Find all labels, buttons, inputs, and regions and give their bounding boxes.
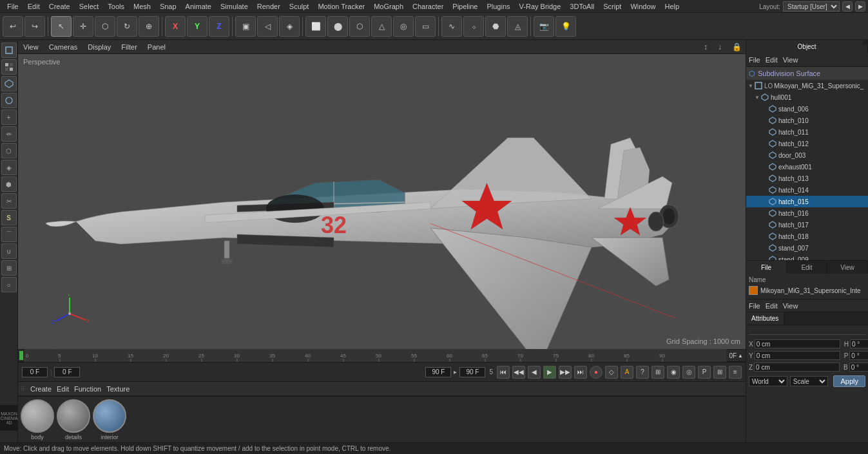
plane-button[interactable]: ▭	[415, 16, 436, 37]
tree-item-root[interactable]: ▼ LO Mikoyan_MiG_31_Supersonic_	[746, 80, 868, 91]
menu-window[interactable]: Window	[626, 3, 660, 10]
select-move-button[interactable]: ✛	[73, 16, 93, 37]
attr-file-item-edit[interactable]: Edit	[766, 302, 778, 310]
right-file-item-file[interactable]: File	[749, 56, 760, 64]
render-region-button[interactable]: ◈	[279, 16, 300, 37]
left-icon-smooth[interactable]	[1, 93, 17, 108]
vp-icon-expand[interactable]: ↕	[704, 43, 708, 52]
select-transform-button[interactable]: ⊕	[139, 16, 159, 37]
y-axis-button[interactable]: Y	[187, 16, 207, 37]
spline-button[interactable]: ∿	[441, 16, 462, 37]
cube-button[interactable]: ⬜	[305, 16, 326, 37]
left-icon-object[interactable]	[1, 43, 17, 58]
tree-item-hatch014[interactable]: hatch_014	[746, 184, 868, 196]
material-preview-details[interactable]	[57, 399, 90, 433]
select-rotate-button[interactable]: ↻	[117, 16, 137, 37]
goto-start-button[interactable]: ⏮	[497, 366, 510, 379]
left-icon-grid[interactable]: ⊞	[1, 260, 17, 276]
material-item-body[interactable]: body	[21, 399, 54, 440]
scene-btn2[interactable]: ◉	[667, 366, 680, 379]
expand-root[interactable]: ▼	[747, 83, 754, 89]
timeline-arrow-up[interactable]: ▲	[738, 353, 743, 359]
z-axis-button[interactable]: Z	[209, 16, 229, 37]
current-frame-input[interactable]	[54, 367, 80, 377]
material-item-interior[interactable]: interior	[93, 399, 126, 440]
goto-end-button[interactable]: ⏭	[574, 366, 587, 379]
tree-item-hatch016[interactable]: hatch_016	[746, 207, 868, 219]
menu-sculpt[interactable]: Sculpt	[285, 3, 314, 10]
left-icon-add[interactable]: +	[1, 109, 17, 125]
menu-mograph[interactable]: MoGraph	[369, 3, 408, 10]
tree-item-hull001[interactable]: ▼ hull001	[746, 91, 868, 103]
tree-item-hatch013[interactable]: hatch_013	[746, 173, 868, 184]
cylinder-button[interactable]: ⬡	[349, 16, 370, 37]
tree-item-stand006[interactable]: stand_006	[746, 103, 868, 115]
vp-menu-display[interactable]: Display	[86, 43, 112, 51]
x-axis-button[interactable]: X	[165, 16, 186, 37]
attr-input-p[interactable]	[849, 351, 868, 360]
menu-render[interactable]: Render	[253, 3, 285, 10]
menu-plugins[interactable]: Plugins	[482, 3, 514, 10]
vp-menu-view[interactable]: View	[22, 43, 40, 51]
tree-item-hatch017[interactable]: hatch_017	[746, 219, 868, 231]
left-icon-knife[interactable]: ✂	[1, 193, 17, 209]
start-frame-input[interactable]	[22, 367, 48, 377]
tree-item-stand007[interactable]: stand_007	[746, 242, 868, 254]
3d-viewport[interactable]: 32 Perspective	[18, 54, 746, 349]
mat-menu-create[interactable]: Create	[30, 385, 52, 393]
vp-icon-lock[interactable]: 🔒	[732, 43, 742, 52]
layout-prev-btn[interactable]: ◀	[842, 1, 853, 12]
menu-edit[interactable]: Edit	[23, 3, 44, 10]
menu-create[interactable]: Create	[44, 3, 75, 10]
scene-btn3[interactable]: ◎	[682, 366, 695, 379]
lower-tab-view[interactable]: View	[827, 261, 868, 274]
mat-menu-texture[interactable]: Texture	[106, 385, 130, 393]
attr-input-y[interactable]	[755, 351, 840, 360]
tree-item-exhaust001[interactable]: exhaust001	[746, 161, 868, 173]
attr-file-item-file[interactable]: File	[749, 302, 760, 310]
material-item-details[interactable]: details	[57, 399, 90, 440]
apply-button[interactable]: Apply	[833, 375, 865, 387]
left-icon-sel2[interactable]: ◈	[1, 160, 17, 175]
expand-hull001[interactable]: ▼	[754, 95, 760, 100]
menu-animate[interactable]: Animate	[181, 3, 216, 10]
material-preview-body[interactable]	[21, 399, 54, 433]
deformer-button[interactable]: ⬣	[485, 16, 506, 37]
play-button[interactable]: ▶	[543, 366, 556, 379]
attr-input-z[interactable]	[754, 363, 840, 372]
right-file-item-edit[interactable]: Edit	[766, 56, 778, 64]
timeline-ruler[interactable]: 0 5 10 15 20 25 30 35 40	[24, 349, 726, 362]
menu-help[interactable]: Help	[661, 3, 684, 10]
undo-button[interactable]: ↩	[3, 16, 23, 37]
scene-btn5[interactable]: ⊞	[713, 366, 726, 379]
material-preview-interior[interactable]	[93, 399, 126, 433]
menu-vray[interactable]: V-Ray Bridge	[515, 3, 566, 10]
left-icon-brush[interactable]: ⌒	[1, 227, 17, 242]
end-frame-input-1[interactable]	[425, 367, 451, 377]
vp-menu-panel[interactable]: Panel	[146, 43, 167, 51]
menu-motion-tracker[interactable]: Motion Tracker	[313, 3, 369, 10]
motion-path-button[interactable]: ?	[636, 366, 649, 379]
left-icon-s[interactable]: S	[1, 210, 17, 225]
tree-item-door003[interactable]: door_003	[746, 149, 868, 161]
left-icon-sel1[interactable]: ⬡	[1, 143, 17, 158]
step-forward-button[interactable]: ▶▶	[559, 366, 572, 379]
record-button[interactable]: ●	[590, 366, 603, 379]
tree-item-hatch015[interactable]: hatch_015	[746, 196, 868, 207]
attr-input-h[interactable]	[850, 339, 868, 348]
left-icon-checkerboard[interactable]	[1, 59, 17, 75]
redo-button[interactable]: ↪	[24, 16, 45, 37]
tree-item-stand009[interactable]: stand_009	[746, 254, 868, 260]
scene-btn4[interactable]: P	[698, 366, 711, 379]
vp-icon-down[interactable]: ↓	[718, 43, 722, 52]
menu-file[interactable]: File	[3, 3, 23, 10]
left-icon-magnet[interactable]: ∪	[1, 243, 17, 259]
menu-select[interactable]: Select	[75, 3, 104, 10]
menu-snap[interactable]: Snap	[155, 3, 181, 10]
menu-tools[interactable]: Tools	[103, 3, 129, 10]
tree-item-hatch018[interactable]: hatch_018	[746, 231, 868, 242]
mat-menu-edit[interactable]: Edit	[57, 385, 69, 393]
layout-next-btn[interactable]: ▶	[855, 1, 865, 12]
render-pic-button[interactable]: ◁	[257, 16, 278, 37]
step-back-button[interactable]: ◀◀	[512, 366, 525, 379]
